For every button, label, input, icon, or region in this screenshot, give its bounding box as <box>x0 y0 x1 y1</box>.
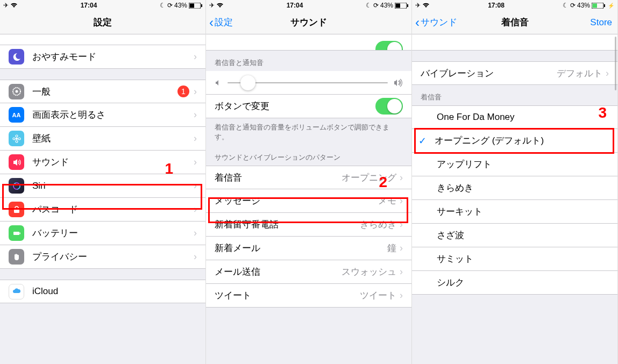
slider-thumb[interactable] <box>240 75 255 90</box>
volume-slider-row <box>206 71 411 95</box>
svg-point-8 <box>13 138 15 140</box>
row-label: ボタンで変更 <box>215 100 375 112</box>
battery-icon <box>395 3 408 9</box>
svg-point-5 <box>16 138 18 140</box>
section-header-ringtones: 着信音 <box>412 85 617 105</box>
battery-icon <box>9 225 24 241</box>
row-display[interactable]: AA 画面表示と明るさ › <box>0 103 205 127</box>
row-label: 着信音 <box>215 172 342 184</box>
row-wallpaper[interactable]: 壁紙 › <box>0 127 205 151</box>
flower-icon <box>9 131 24 146</box>
page-title: 着信音 <box>501 16 529 28</box>
row-value: デフォルト <box>557 67 602 80</box>
annotation-3: 3 <box>598 104 607 122</box>
settings-screen: ✈ 17:04 ☾ ⟳ 43% 設定 おやすみモード › <box>0 0 206 364</box>
speaker-max-icon <box>393 78 403 87</box>
chevron-icon: › <box>194 51 197 62</box>
back-label: サウンド <box>421 16 457 28</box>
back-label: 設定 <box>215 16 233 28</box>
tone-kirameki[interactable]: きらめき <box>412 176 617 200</box>
battery-icon <box>189 3 202 9</box>
moon-icon: ☾ <box>160 2 166 9</box>
tone-label: サミット <box>437 253 609 265</box>
battery-percent: 43% <box>380 2 393 9</box>
svg-point-6 <box>16 135 18 137</box>
cloud-icon <box>9 284 24 299</box>
row-sounds[interactable]: サウンド › <box>0 151 205 174</box>
status-bar: ✈ 17:08 ☾ ⟳ 43% ⚡ <box>412 0 617 11</box>
row-vibration[interactable]: バイブレーション デフォルト › <box>412 61 617 85</box>
airplane-icon: ✈ <box>415 2 421 9</box>
row-general[interactable]: 一般 1 › <box>0 80 205 103</box>
nav-bar: ‹ 設定 サウンド <box>206 11 411 34</box>
wifi-icon <box>216 3 224 8</box>
tone-sazanami[interactable]: さざ波 <box>412 224 617 247</box>
row-label: 新着メール <box>215 242 387 254</box>
battery-icon <box>592 3 606 9</box>
svg-rect-1 <box>189 3 194 8</box>
back-button[interactable]: ‹ サウンド <box>415 15 457 30</box>
hand-icon <box>9 249 24 265</box>
lock-rotation-icon: ⟳ <box>570 2 576 9</box>
chevron-icon: › <box>194 133 197 144</box>
moon-icon: ☾ <box>563 2 569 9</box>
chevron-icon: › <box>194 251 197 262</box>
chevron-icon: › <box>194 109 197 120</box>
row-icloud[interactable]: iCloud <box>0 280 205 303</box>
chevron-icon: › <box>194 156 197 168</box>
row-newmail[interactable]: 新着メール 鐘 › <box>206 237 411 260</box>
row-value: スウォッシュ <box>342 266 396 278</box>
status-bar: ✈ 17:04 ☾ ⟳ 43% <box>206 0 411 11</box>
row-battery[interactable]: バッテリー › <box>0 222 205 245</box>
moon-icon <box>9 49 24 65</box>
chevron-icon: › <box>400 242 403 254</box>
tone-label: シルク <box>437 276 609 289</box>
row-change-with-buttons[interactable]: ボタンで変更 <box>206 95 411 118</box>
svg-rect-2 <box>201 4 202 7</box>
row-value: 鐘 <box>387 242 396 254</box>
row-label: バイブレーション <box>421 67 557 80</box>
row-label: プライバシー <box>32 251 194 263</box>
svg-rect-17 <box>407 4 408 7</box>
store-button[interactable]: Store <box>590 17 612 28</box>
tone-label: さざ波 <box>437 229 609 241</box>
svg-point-9 <box>18 138 20 140</box>
section-header-ringer: 着信音と通知音 <box>206 51 411 71</box>
tone-summit[interactable]: サミット <box>412 247 617 271</box>
status-time: 17:04 <box>287 2 303 9</box>
wifi-icon <box>422 3 430 8</box>
chevron-icon: › <box>400 172 403 183</box>
svg-rect-16 <box>395 3 400 8</box>
tone-circuit[interactable]: サーキット <box>412 200 617 224</box>
svg-point-7 <box>16 140 18 142</box>
charging-icon: ⚡ <box>608 3 614 9</box>
svg-rect-13 <box>13 232 19 235</box>
annotation-2: 2 <box>379 174 387 191</box>
tone-silk[interactable]: シルク <box>412 271 617 295</box>
back-button[interactable]: ‹ 設定 <box>209 15 233 30</box>
section-footer: 着信音と通知音の音量をボリュームボタンで調節できます。 <box>206 118 411 145</box>
status-time: 17:08 <box>488 2 505 9</box>
tone-custom[interactable]: One For Da Money <box>412 105 617 129</box>
row-privacy[interactable]: プライバシー › <box>0 245 205 269</box>
chevron-icon: › <box>400 290 403 301</box>
row-sentmail[interactable]: メール送信 スウォッシュ › <box>206 260 411 284</box>
airplane-icon: ✈ <box>3 2 9 9</box>
annotation-1: 1 <box>165 160 173 177</box>
ringtone-list[interactable]: バイブレーション デフォルト › 着信音 One For Da Money ✓ … <box>412 34 617 364</box>
row-value: オープニング <box>342 172 396 184</box>
volume-slider[interactable] <box>228 82 388 83</box>
tone-uplift[interactable]: アップリフト <box>412 153 617 176</box>
partial-row <box>412 34 617 51</box>
row-tweet[interactable]: ツイート ツイート › <box>206 284 411 308</box>
speaker-min-icon <box>215 79 222 87</box>
sounds-screen: ✈ 17:04 ☾ ⟳ 43% ‹ 設定 サウンド 着信音と通知音 <box>206 0 412 364</box>
svg-rect-14 <box>19 232 20 234</box>
lock-rotation-icon: ⟳ <box>167 2 173 9</box>
nav-bar: 設定 <box>0 11 205 34</box>
row-do-not-disturb[interactable]: おやすみモード › <box>0 45 205 69</box>
row-label: 一般 <box>32 85 177 98</box>
speaker-icon <box>9 154 24 170</box>
toggle-switch[interactable] <box>375 98 403 115</box>
row-label: バッテリー <box>32 227 194 239</box>
